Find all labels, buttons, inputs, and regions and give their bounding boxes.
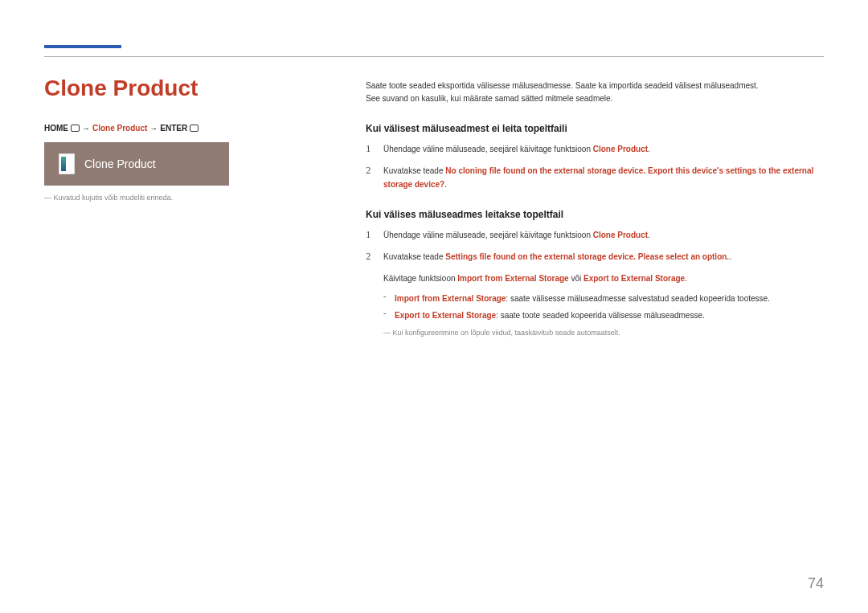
step-text: Ühendage väline mäluseade, seejärel käiv… [383, 142, 650, 156]
list-item: 2 Kuvatakse teade No cloning file found … [366, 164, 824, 191]
section-header-2: Kui välises mäluseadmes leitakse topeltf… [366, 209, 824, 220]
breadcrumb-enter: ENTER [160, 124, 187, 133]
step-number: 2 [366, 164, 383, 177]
clone-product-icon [59, 153, 75, 174]
breadcrumb-arrow: → [82, 124, 90, 133]
list-item: 2 Kuvatakse teade Settings file found on… [366, 250, 824, 264]
intro-line-1: Saate toote seaded eksportida välisesse … [366, 80, 824, 92]
page-title: Clone Product [44, 76, 229, 101]
content-column: Saate toote seaded eksportida välisesse … [366, 80, 824, 354]
step-number: 1 [366, 228, 383, 241]
breadcrumb-arrow: → [149, 124, 158, 133]
step-text: Kuvatakse teade No cloning file found on… [383, 164, 824, 191]
dash-icon: - [383, 309, 395, 322]
home-icon [71, 125, 80, 132]
sub-text: Export to External Storage: saate toote … [395, 309, 705, 322]
step-text: Kuvatakse teade Settings file found on t… [383, 250, 731, 264]
launch-text: Käivitage funktsioon Import from Externa… [383, 272, 824, 285]
list-item: 1 Ühendage väline mäluseade, seejärel kä… [366, 142, 824, 156]
final-note: Kui konfigureerimine on lõpule viidud, t… [383, 329, 824, 337]
section-header-1: Kui välisest mäluseadmest ei leita topel… [366, 123, 824, 134]
step-number: 1 [366, 142, 383, 155]
menu-preview-box: Clone Product [44, 142, 229, 186]
header-accent-bar [44, 45, 121, 48]
enter-icon [190, 125, 199, 132]
left-column: Clone Product HOME → Clone Product → ENT… [44, 76, 229, 202]
numbered-list-2: 1 Ühendage väline mäluseade, seejärel kä… [366, 228, 824, 337]
menu-preview-label: Clone Product [84, 157, 156, 170]
intro-line-2: See suvand on kasulik, kui määrate samad… [366, 92, 824, 105]
list-item: 1 Ühendage väline mäluseade, seejärel kä… [366, 228, 824, 242]
sub-section: Käivitage funktsioon Import from Externa… [383, 272, 824, 322]
sub-item: - Import from External Storage: saate vä… [383, 292, 824, 305]
page-number: 74 [808, 575, 824, 592]
sub-item: - Export to External Storage: saate toot… [383, 309, 824, 322]
intro-text: Saate toote seaded eksportida välisesse … [366, 80, 824, 105]
breadcrumb: HOME → Clone Product → ENTER [44, 124, 229, 133]
breadcrumb-home: HOME [44, 124, 68, 133]
step-number: 2 [366, 250, 383, 263]
dash-icon: - [383, 292, 395, 305]
image-disclaimer: Kuvatud kujutis võib mudeliti erineda. [44, 194, 229, 202]
breadcrumb-clone: Clone Product [92, 124, 147, 133]
header-divider [44, 56, 824, 57]
numbered-list-1: 1 Ühendage väline mäluseade, seejärel kä… [366, 142, 824, 191]
sub-text: Import from External Storage: saate väli… [395, 292, 770, 305]
step-text: Ühendage väline mäluseade, seejärel käiv… [383, 228, 650, 242]
